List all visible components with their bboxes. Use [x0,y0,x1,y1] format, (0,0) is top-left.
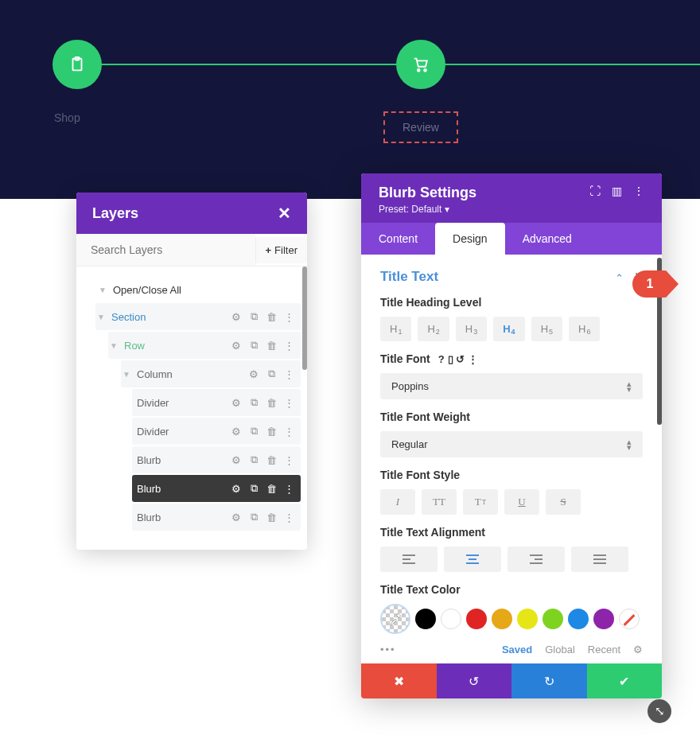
h6-option[interactable]: H6 [569,317,600,341]
resize-handle[interactable]: ⤡ [648,699,671,723]
swatch-red[interactable] [466,609,487,629]
duplicate-icon[interactable]: ⧉ [247,395,261,410]
align-right-button[interactable] [508,547,565,572]
duplicate-icon[interactable]: ⧉ [247,453,261,467]
responsive-icon[interactable]: ▥ [612,185,622,197]
filter-button[interactable]: + Filter [255,237,307,263]
preset-selector[interactable]: Preset: Default ▾ [379,204,476,215]
reset-icon[interactable]: ↺ [456,353,465,365]
duplicate-icon[interactable]: ⧉ [247,338,261,352]
more-icon[interactable]: ⋮ [468,353,478,365]
section-title-text[interactable]: Title Text [380,269,643,285]
step-review-circle[interactable] [396,40,445,89]
weight-select[interactable]: Regular ▴▾ [380,431,643,457]
h3-option[interactable]: H3 [456,317,487,341]
duplicate-icon[interactable]: ⧉ [264,367,278,381]
tab-advanced[interactable]: Advanced [505,223,589,255]
more-icon[interactable]: ⋮ [282,309,296,324]
step-review-label[interactable]: Review [383,111,458,143]
close-icon[interactable]: ✕ [278,204,291,223]
layer-section[interactable]: ▼ Section ⚙ ⧉ 🗑 ⋮ [95,303,301,330]
color-picker-button[interactable] [380,604,410,634]
align-left-button[interactable] [380,547,438,572]
trash-icon[interactable]: 🗑 [264,481,278,496]
duplicate-icon[interactable]: ⧉ [247,424,261,438]
global-colors-tab[interactable]: Global [545,644,575,656]
swatch-blue[interactable] [568,609,589,629]
layer-row[interactable]: ▼ Row ⚙ ⧉ 🗑 ⋮ [108,332,301,359]
swatch-orange[interactable] [492,609,512,629]
open-close-all[interactable]: ▼ Open/Close All [83,276,301,303]
help-icon[interactable]: ? [438,353,445,365]
callout-1: 1 [632,270,667,298]
duplicate-icon[interactable]: ⧉ [247,510,261,524]
settings-tabs: Content Design Advanced 1 [361,223,662,255]
more-icon[interactable]: ⋮ [282,424,296,438]
layer-blurb[interactable]: Blurb ⚙ ⧉ 🗑 ⋮ [132,446,301,473]
h4-option[interactable]: H4 [493,317,524,341]
more-colors-icon[interactable]: ••• [380,644,396,656]
more-icon[interactable]: ⋮ [282,338,296,352]
color-label: Title Text Color [380,583,643,596]
tree-scrollbar[interactable] [302,267,307,370]
gear-icon[interactable]: ⚙ [229,510,243,524]
gear-icon[interactable]: ⚙ [247,367,261,381]
duplicate-icon[interactable]: ⧉ [247,309,261,324]
layer-blurb[interactable]: Blurb ⚙ ⧉ 🗑 ⋮ [132,504,301,531]
gear-icon[interactable]: ⚙ [229,395,243,410]
trash-icon[interactable]: 🗑 [264,453,278,467]
swatch-yellow[interactable] [517,609,538,629]
gear-icon[interactable]: ⚙ [229,453,243,467]
trash-icon[interactable]: 🗑 [264,510,278,524]
swatch-black[interactable] [415,609,436,629]
duplicate-icon[interactable]: ⧉ [247,481,261,496]
layer-divider[interactable]: Divider ⚙ ⧉ 🗑 ⋮ [132,389,301,416]
more-icon[interactable]: ⋮ [282,395,296,410]
chevron-down-icon: ▼ [108,341,119,350]
save-button[interactable]: ✔ [587,663,663,698]
gear-icon[interactable]: ⚙ [229,338,243,352]
more-icon[interactable]: ⋮ [633,185,644,197]
smallcaps-button[interactable]: TT [463,489,498,515]
layer-blurb-active[interactable]: Blurb ⚙ ⧉ 🗑 ⋮ [132,475,301,502]
trash-icon[interactable]: 🗑 [264,424,278,438]
swatch-none[interactable] [619,609,640,629]
swatch-green[interactable] [542,609,563,629]
more-icon[interactable]: ⋮ [282,481,296,496]
device-icon[interactable]: ▯ [448,353,453,365]
layer-divider[interactable]: Divider ⚙ ⧉ 🗑 ⋮ [132,418,301,445]
step-shop-circle[interactable] [52,40,102,89]
gear-icon[interactable]: ⚙ [229,309,243,324]
undo-button[interactable]: ↺ [437,663,512,698]
tab-content[interactable]: Content [361,223,435,255]
more-icon[interactable]: ⋮ [282,453,296,467]
font-select[interactable]: Poppins ▴▾ [380,373,643,399]
h2-option[interactable]: H2 [418,317,449,341]
underline-button[interactable]: U [504,489,539,515]
tab-design[interactable]: Design [435,223,505,255]
uppercase-button[interactable]: TT [422,489,457,515]
layer-column[interactable]: ▼ Column ⚙ ⧉ ⋮ [121,360,301,387]
gear-icon[interactable]: ⚙ [633,644,643,656]
gear-icon[interactable]: ⚙ [229,424,243,438]
italic-button[interactable]: I [380,489,415,515]
trash-icon[interactable]: 🗑 [264,309,278,324]
swatch-white[interactable] [441,609,461,629]
swatch-purple[interactable] [593,609,614,629]
cancel-button[interactable]: ✖ [361,663,437,698]
h5-option[interactable]: H5 [531,317,562,341]
trash-icon[interactable]: 🗑 [264,338,278,352]
preview-icon[interactable]: ⛶ [589,185,601,197]
gear-icon[interactable]: ⚙ [229,481,243,496]
more-icon[interactable]: ⋮ [282,367,296,381]
more-icon[interactable]: ⋮ [282,510,296,524]
redo-button[interactable]: ↻ [511,663,587,698]
saved-colors-tab[interactable]: Saved [502,644,532,656]
h1-option[interactable]: H1 [380,317,411,341]
align-justify-button[interactable] [571,547,628,572]
trash-icon[interactable]: 🗑 [264,395,278,410]
recent-colors-tab[interactable]: Recent [588,644,620,656]
align-center-button[interactable] [444,547,501,572]
strikethrough-button[interactable]: S [546,489,581,515]
search-input[interactable] [76,234,255,266]
